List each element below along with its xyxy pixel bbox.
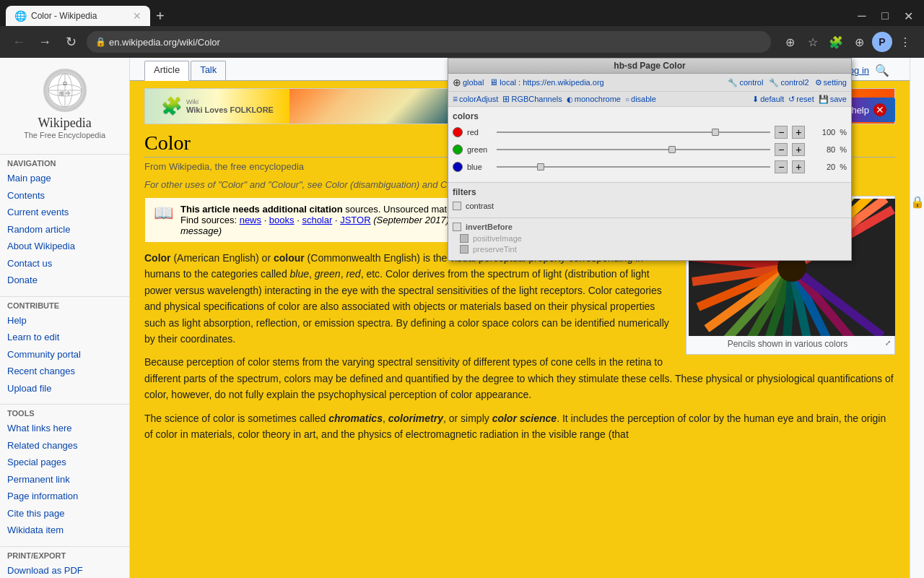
lock-icon: 🔒 [95,37,106,47]
popup-default-btn[interactable]: ⬇ default [752,95,784,104]
sidebar-item-random-article[interactable]: Random article [0,221,129,238]
red-plus-button[interactable]: + [792,126,805,139]
red-slider-track [497,131,770,133]
sidebar-item-contact-us[interactable]: Contact us [0,255,129,272]
active-tab[interactable]: 🌐 Color - Wikipedia ✕ [6,6,150,26]
blue-label: blue [467,163,492,171]
tab-close-button[interactable]: ✕ [133,10,141,22]
close-button[interactable]: ✕ [898,6,918,26]
popup-control2-btn[interactable]: 🔧 control2 [769,78,808,87]
print-export-section: Print/export Download as PDF [0,546,129,579]
forward-button[interactable]: → [35,32,55,52]
blue-slider[interactable] [497,162,770,172]
popup-reset-btn[interactable]: ↺ reset [788,95,814,104]
popup-disable-btn[interactable]: ○ disable [625,95,656,103]
preserve-tint-label: preserveTint [473,245,517,254]
sidebar-item-related-changes[interactable]: Related changes [0,437,129,454]
popup-control-btn[interactable]: 🔧 control [728,78,763,87]
expand-icon[interactable]: ⤢ [885,339,891,347]
sidebar-item-learn-to-edit[interactable]: Learn to edit [0,329,129,346]
sidebar-item-current-events[interactable]: Current events [0,204,129,221]
sidebar-item-download-pdf[interactable]: Download as PDF [0,562,129,579]
menu-button[interactable]: ⋮ [895,32,915,52]
tab-title: Color - Wikipedia [31,11,128,21]
cite-jstor-link[interactable]: JSTOR [340,215,370,225]
tools-section: Tools What links here Related changes Sp… [0,404,129,539]
color-popup[interactable]: hb-sd Page Color ⊕ global 🖥 local : http… [448,58,852,261]
invert-checkbox[interactable] [453,223,461,231]
sidebar-item-about-wikipedia[interactable]: About Wikipedia [0,238,129,255]
tab-article[interactable]: Article [144,61,189,81]
red-minus-button[interactable]: − [775,126,788,139]
tools-heading: Tools [0,404,129,420]
radio-icon: ○ [625,95,629,103]
sidebar-item-donate[interactable]: Donate [0,272,129,289]
popup-color-adjust-btn[interactable]: ≡ colorAdjust [453,94,498,104]
print-export-heading: Print/export [0,546,129,562]
help-close-icon[interactable]: ✕ [873,103,886,116]
blue-minus-button[interactable]: − [775,160,788,173]
positive-image-checkbox[interactable] [460,234,468,243]
sidebar-item-permanent-link[interactable]: Permanent link [0,471,129,488]
red-swatch [453,127,463,137]
address-bar: ← → ↻ 🔒 en.wikipedia.org/wiki/Color ⊕ ☆ … [0,26,924,58]
extensions-button[interactable]: ⊕ [780,32,800,52]
blue-pct: % [840,163,847,171]
sidebar-item-main-page[interactable]: Main page [0,170,129,187]
preserve-tint-checkbox[interactable] [460,245,468,254]
invert-title: invertBefore [466,223,513,231]
back-button[interactable]: ← [9,32,29,52]
cite-scholar-link[interactable]: scholar [302,215,332,225]
green-swatch [453,144,463,155]
blue-slider-thumb[interactable] [537,163,544,171]
profile-icon[interactable]: P [872,32,892,52]
cite-news-link[interactable]: news [240,215,261,225]
contrast-filter-row: contrast [453,202,847,210]
blue-color-row: blue − + 20 % [453,160,847,173]
sidebar-item-contents[interactable]: Contents [0,187,129,204]
red-slider-thumb[interactable] [712,129,719,136]
green-slider[interactable] [497,144,770,155]
popup-global-btn[interactable]: ⊕ global [453,77,484,88]
tab-talk[interactable]: Talk [191,61,226,80]
extensions2-button[interactable]: ⊕ [849,32,869,52]
sidebar-item-cite-this-page[interactable]: Cite this page [0,505,129,522]
green-slider-thumb[interactable] [668,146,676,153]
red-slider[interactable] [497,127,770,137]
sidebar-item-page-information[interactable]: Page information [0,488,129,505]
maximize-button[interactable]: □ [875,6,895,26]
search-button[interactable]: 🔍 [875,64,889,77]
sidebar-item-recent-changes[interactable]: Recent changes [0,363,129,380]
cite-books-link[interactable]: books [269,215,295,225]
positive-image-label: positiveImage [473,234,522,243]
url-bar[interactable]: 🔒 en.wikipedia.org/wiki/Color [87,31,771,53]
bookmark-button[interactable]: ☆ [803,32,823,52]
popup-mono-btn[interactable]: ◐ monochrome [567,95,621,103]
reload-button[interactable]: ↻ [61,32,81,52]
red-value: 100 [809,128,835,137]
popup-rgb-btn[interactable]: ⊞ RGBChannels [502,94,562,104]
green-minus-button[interactable]: − [775,143,788,156]
popup-local-btn[interactable]: 🖥 local : https://en.wikipedia.org [489,77,603,87]
sidebar-item-what-links-here[interactable]: What links here [0,420,129,437]
figure-caption: Pencils shown in various colors ⤢ [689,336,892,352]
minimize-button[interactable]: ─ [852,6,872,26]
sidebar-item-upload-file[interactable]: Upload file [0,380,129,397]
download-icon: ⬇ [752,95,759,104]
sidebar-item-special-pages[interactable]: Special pages [0,454,129,471]
popup-setting-btn[interactable]: ⚙ setting [815,78,847,87]
page-container: Ω 维 中 Wikipedia The Free Encyclopedia Na… [0,58,924,578]
local-icon: 🖥 [489,77,498,87]
sidebar-item-community-portal[interactable]: Community portal [0,346,129,363]
find-sources: Find sources: [180,215,240,225]
puzzle-button[interactable]: 🧩 [826,32,846,52]
sidebar-item-help[interactable]: Help [0,312,129,329]
popup-save-btn[interactable]: 💾 save [819,95,847,104]
sidebar-item-wikidata-item[interactable]: Wikidata item [0,522,129,539]
plus-circle-icon: ⊕ [453,77,461,88]
blue-plus-button[interactable]: + [792,160,805,173]
new-tab-button[interactable]: + [156,8,165,25]
green-plus-button[interactable]: + [792,143,805,156]
green-value: 80 [809,145,835,154]
contrast-checkbox[interactable] [453,202,461,210]
